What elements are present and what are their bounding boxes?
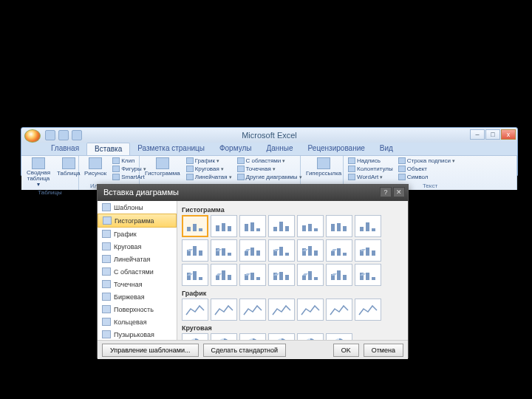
chart-thumb[interactable] [268,299,295,321]
ribbon-tab[interactable]: Рецензирование [301,143,372,155]
sidebar-item[interactable]: Шаблоны [98,201,177,214]
chart-thumb[interactable] [182,264,208,286]
object-button[interactable]: Объект [397,165,457,173]
bar-chart-button[interactable]: Линейчатая [185,173,233,181]
clip-icon [112,157,120,164]
svg-rect-38 [308,246,312,256]
sidebar-item[interactable]: График [98,228,177,240]
ok-button[interactable]: OK [333,344,359,357]
histogram-button[interactable]: Гистограмма [143,157,183,177]
group-label: Таблицы [24,188,75,196]
chart-thumb[interactable] [211,264,237,286]
chart-thumb[interactable] [326,239,352,262]
object-icon [398,166,406,172]
textbox-icon [348,157,355,164]
header-footer-button[interactable]: Колонтитулы [347,165,395,173]
close-button[interactable]: x [501,129,516,140]
pivot-table-button[interactable]: Сводная таблица ▾ [24,157,52,188]
table-button[interactable]: Таблица [55,157,82,177]
chart-thumb[interactable] [239,299,266,321]
ribbon-tab[interactable]: Главная [44,143,86,155]
signature-line-button[interactable]: Строка подписи [397,157,457,165]
chart-thumb[interactable] [182,299,208,321]
chart-thumb[interactable] [182,239,208,262]
chart-thumb[interactable] [239,215,266,237]
chart-thumb[interactable] [211,333,237,340]
chart-thumb[interactable] [326,215,352,237]
chart-thumb[interactable] [239,264,266,286]
sidebar-item-label: Пузырьковая [114,331,154,338]
cancel-button[interactable]: Отмена [364,344,403,357]
sidebar-item[interactable]: Точечная [98,278,177,290]
chart-thumb[interactable] [268,215,295,237]
chart-thumb[interactable] [326,299,352,321]
chart-thumb[interactable] [297,239,324,262]
chart-thumb[interactable] [355,239,381,262]
pie-chart-button[interactable]: Круговая [185,165,233,173]
undo-icon[interactable] [58,130,69,140]
chart-thumb[interactable] [297,215,324,237]
svg-rect-5 [228,226,231,231]
chart-thumb[interactable] [355,299,381,321]
chart-thumb[interactable] [211,299,237,321]
dialog-close-button[interactable]: ✕ [393,187,405,197]
ribbon-tab[interactable]: Вставка [86,143,130,155]
sidebar-item[interactable]: Пузырьковая [98,328,177,340]
picture-button[interactable]: Рисунок [82,157,109,177]
chart-thumb[interactable] [355,264,381,286]
chart-thumb[interactable] [297,264,324,286]
chart-thumb[interactable] [297,299,324,321]
chart-thumb[interactable] [268,239,295,262]
ribbon-tab[interactable]: Разметка страницы [130,143,212,155]
chart-thumb[interactable] [297,333,324,340]
scatter-chart-button[interactable]: Точечная [236,165,304,173]
line-chart-button[interactable]: График [185,157,233,165]
sidebar-item[interactable]: Линейчатая [98,253,177,265]
chart-thumb[interactable] [239,239,266,262]
ribbon-tab[interactable]: Данные [259,143,300,155]
save-icon[interactable] [45,130,55,140]
group-tables: Сводная таблица ▾ Таблица Таблицы [21,156,79,190]
redo-icon[interactable] [72,130,82,140]
maximize-button[interactable]: □ [485,129,500,140]
ribbon-tab[interactable]: Формулы [212,143,259,155]
hyperlink-button[interactable]: Гиперссылка [304,157,344,177]
chart-thumb[interactable] [211,215,237,237]
chart-thumb[interactable] [268,264,295,286]
area-chart-icon [102,267,111,276]
svg-rect-6 [245,224,248,231]
scatter-chart-icon [102,280,111,288]
svg-rect-46 [366,248,369,256]
set-default-button[interactable]: Сделать стандартной [203,344,287,357]
chart-thumb[interactable] [239,333,266,340]
chart-thumb[interactable] [182,215,208,237]
sidebar-item[interactable]: Кольцевая [98,316,177,328]
svg-marker-56 [216,273,222,276]
chart-thumb[interactable] [182,333,208,340]
manage-templates-button[interactable]: Управление шаблонами... [102,344,199,357]
office-button[interactable] [24,129,41,143]
chart-thumb[interactable] [326,333,352,340]
sidebar-item[interactable]: С областями [98,265,177,278]
svg-rect-53 [216,276,219,280]
sidebar-item[interactable]: Круговая [98,240,177,253]
area-chart-button[interactable]: С областями [236,157,304,165]
symbol-button[interactable]: Символ [397,173,457,181]
sidebar-item[interactable]: Поверхность [98,303,177,316]
chart-thumb[interactable] [268,333,295,340]
chart-thumb[interactable] [326,264,352,286]
table-icon [62,157,75,169]
other-charts-button[interactable]: Другие диаграммы [236,173,304,181]
sidebar-item[interactable]: Биржевая [98,290,177,303]
chart-thumb[interactable] [211,239,237,262]
svg-marker-44 [331,249,337,251]
dialog-title: Вставка диаграммы [103,188,179,197]
wordart-button[interactable]: WordArt [347,173,395,181]
textbox-button[interactable]: Надпись [347,157,395,165]
ribbon-tab[interactable]: Вид [372,143,400,155]
minimize-button[interactable]: – [470,129,485,140]
chart-thumb[interactable] [355,215,381,237]
svg-rect-65 [302,276,306,280]
dialog-help-button[interactable]: ? [380,187,392,197]
sidebar-item[interactable]: Гистограмма [98,214,177,228]
